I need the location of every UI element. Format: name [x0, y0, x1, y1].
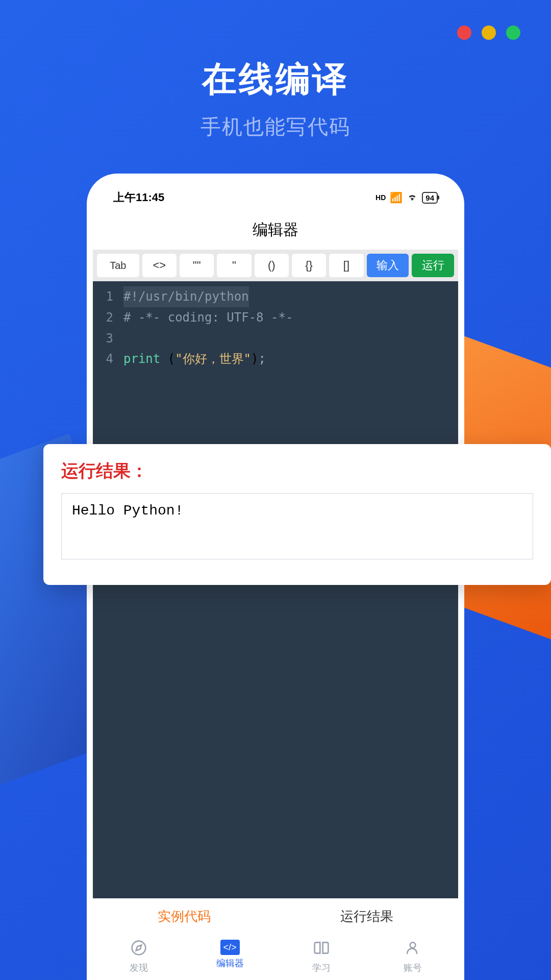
- code-icon: </>: [220, 940, 240, 955]
- editor-toolbar: Tab <> "" " () {} [] 输入 运行: [93, 250, 458, 281]
- book-icon: [313, 940, 330, 960]
- toolbar-key-quote[interactable]: ": [217, 254, 251, 277]
- minimize-icon: [482, 26, 496, 40]
- nav-editor[interactable]: </> 编辑器: [184, 940, 276, 974]
- wifi-icon: [407, 191, 418, 205]
- nav-account[interactable]: 账号: [367, 940, 458, 974]
- status-bar: 上午11:45 HD 📶 94: [93, 180, 458, 210]
- toolbar-key-angle[interactable]: <>: [142, 254, 177, 277]
- code-line-3: [123, 328, 293, 349]
- code-editor[interactable]: 1 2 3 4 #!/usr/bin/python # -*- coding: …: [93, 281, 458, 898]
- nav-discover[interactable]: 发现: [93, 940, 184, 974]
- maximize-icon: [506, 26, 520, 40]
- code-line-4: print ("你好，世界");: [123, 349, 293, 370]
- code-content[interactable]: #!/usr/bin/python # -*- coding: UTF-8 -*…: [118, 281, 293, 898]
- status-time: 上午11:45: [113, 190, 164, 205]
- svg-point-2: [410, 942, 415, 948]
- svg-point-0: [132, 941, 145, 955]
- result-overlay-card: 运行结果： Hello Python!: [43, 444, 551, 585]
- output-tabs: 实例代码 运行结果: [93, 898, 458, 935]
- code-line-1: #!/usr/bin/python: [123, 286, 249, 307]
- toolbar-key-bracket[interactable]: []: [329, 254, 363, 277]
- toolbar-key-tab[interactable]: Tab: [97, 254, 139, 277]
- page-title: 编辑器: [93, 210, 458, 250]
- signal-bars-icon: 📶: [390, 191, 403, 204]
- compass-icon: [131, 940, 147, 960]
- subtitle: 手机也能写代码: [0, 113, 551, 141]
- bottom-nav: 发现 </> 编辑器 学习 账号: [93, 935, 458, 974]
- close-icon: [457, 26, 471, 40]
- marketing-header: 在线编译 手机也能写代码: [0, 0, 551, 141]
- code-line-2: # -*- coding: UTF-8 -*-: [123, 307, 293, 328]
- svg-marker-1: [136, 945, 141, 951]
- line-gutter: 1 2 3 4: [93, 281, 118, 898]
- toolbar-key-dquotes[interactable]: "": [180, 254, 214, 277]
- toolbar-key-paren[interactable]: (): [255, 254, 289, 277]
- traffic-lights: [457, 26, 520, 40]
- toolbar-key-brace[interactable]: {}: [292, 254, 326, 277]
- tab-example-code[interactable]: 实例代码: [93, 908, 276, 925]
- user-icon: [405, 940, 421, 960]
- nav-learn[interactable]: 学习: [276, 940, 367, 974]
- result-title: 运行结果：: [61, 459, 533, 483]
- main-title: 在线编译: [0, 56, 551, 103]
- tab-run-result[interactable]: 运行结果: [276, 908, 458, 925]
- input-button[interactable]: 输入: [367, 254, 409, 277]
- result-output: Hello Python!: [61, 493, 533, 559]
- signal-icon: HD: [375, 193, 386, 202]
- battery-icon: 94: [422, 192, 438, 204]
- run-button[interactable]: 运行: [412, 254, 454, 277]
